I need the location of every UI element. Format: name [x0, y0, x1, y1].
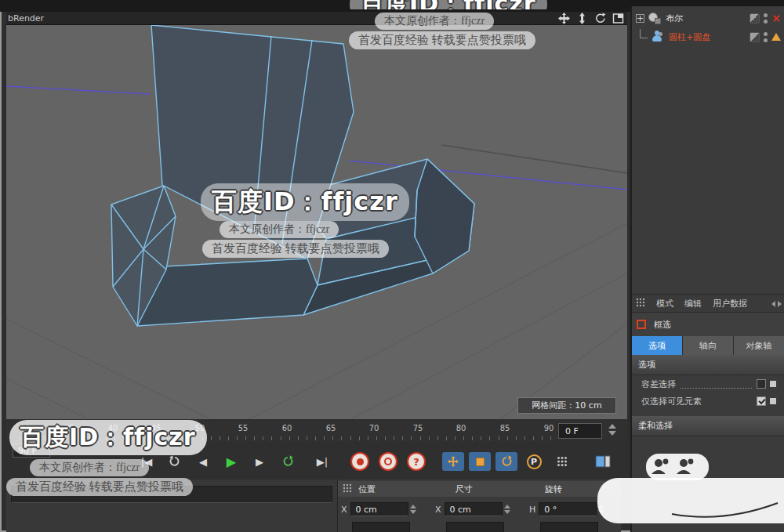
- tick-label: 55: [238, 424, 249, 432]
- visibility-dot-editor[interactable]: [764, 13, 768, 17]
- record-objects-button[interactable]: [376, 451, 400, 472]
- tick-label: 40: [108, 424, 118, 432]
- object-label[interactable]: 圆柱+圆盘: [669, 31, 710, 43]
- minor-ticks: [19, 436, 554, 440]
- tab-scroll-left-icon[interactable]: [771, 301, 775, 307]
- timeline-ruler[interactable]: 30 35 40 45 50 55 60 65 70 75 80 85 90 0…: [6, 421, 627, 441]
- subtab-options[interactable]: 选项: [632, 336, 682, 355]
- tool-subtabs: 选项 轴向 对象轴: [632, 336, 784, 355]
- visibility-dots: [764, 32, 768, 42]
- rotation-h-field: H 0 °: [529, 501, 604, 517]
- play-button[interactable]: ▶: [220, 451, 243, 472]
- tolerance-label: 容差选择: [641, 378, 676, 390]
- viewport-menu-render[interactable]: bRender: [6, 13, 44, 24]
- spinner-up-icon[interactable]: [504, 505, 510, 508]
- tab-scroll-right-icon[interactable]: [778, 301, 782, 307]
- model-wireframe: [111, 25, 474, 326]
- layer-chip-icon[interactable]: [750, 32, 760, 42]
- row-tolerance-select: 容差选择: [632, 375, 784, 393]
- dotted-leader: [681, 379, 752, 389]
- rectangle-select-icon[interactable]: [637, 320, 646, 329]
- object-row-boolean[interactable]: 布尔 ×: [632, 9, 784, 27]
- tick-label: 35: [64, 424, 74, 432]
- viewport-nav-icons: [557, 13, 624, 24]
- section-options[interactable]: 选项: [632, 355, 784, 375]
- key-parameter-toggle[interactable]: P: [522, 451, 546, 472]
- tab-userdata[interactable]: 用户数据: [713, 298, 747, 309]
- tree-branch-line: [640, 29, 648, 38]
- bottom-text-field[interactable]: [11, 486, 332, 503]
- tick-label: 30: [20, 424, 31, 432]
- position-x-input[interactable]: 0 cm: [350, 502, 408, 516]
- section-soft-selection[interactable]: 柔和选择: [632, 416, 784, 436]
- tick-label: 45: [151, 424, 162, 432]
- keyframe-selection-icon[interactable]: [550, 451, 574, 472]
- visibility-dot-render[interactable]: [764, 20, 768, 24]
- viewport-menubar: bRender: [6, 12, 627, 25]
- loop-icon[interactable]: [276, 451, 299, 472]
- tick-label: 85: [500, 424, 510, 432]
- boolean-object-icon: [648, 12, 661, 24]
- visible-only-checkbox[interactable]: [757, 396, 766, 406]
- key-rotation-toggle[interactable]: [495, 452, 517, 471]
- key-position-toggle[interactable]: [442, 452, 464, 471]
- tab-edit[interactable]: 编辑: [684, 298, 702, 309]
- clipped-row: [435, 522, 504, 532]
- row-visible-only: 仅选择可见元素: [632, 393, 784, 410]
- bottom-left-panel: [6, 480, 337, 532]
- tolerance-checkbox[interactable]: [757, 379, 766, 389]
- frame-spinner-down-icon[interactable]: [608, 431, 616, 436]
- tag-triangle-icon[interactable]: [771, 33, 781, 41]
- visible-only-mini-box[interactable]: [770, 398, 776, 404]
- spinner-down-icon[interactable]: [504, 510, 510, 514]
- spinner-up-icon[interactable]: [410, 505, 416, 508]
- axis-label: X: [435, 505, 441, 515]
- disable-x-icon[interactable]: ×: [771, 13, 781, 24]
- viewport-3d[interactable]: bRender 网格间距：10 cm: [6, 12, 627, 419]
- visibility-dot-editor[interactable]: [764, 32, 768, 36]
- goto-start-button[interactable]: |◀: [135, 451, 158, 472]
- header-size: 尺寸: [456, 483, 473, 495]
- subtab-object-axis[interactable]: 对象轴: [734, 336, 784, 355]
- coordinates-panel: 位置 尺寸 旋转 X 0 cm X 0 cm H 0 °: [337, 480, 621, 532]
- object-row-cylinder-disc[interactable]: 圆柱+圆盘: [632, 28, 784, 45]
- play-reverse-icon[interactable]: [163, 451, 187, 472]
- header-position: 位置: [358, 483, 376, 495]
- dolly-icon[interactable]: [575, 13, 588, 24]
- visibility-dot-render[interactable]: [764, 38, 768, 42]
- layout-toggle-icon[interactable]: [591, 451, 615, 472]
- tolerance-mini-box[interactable]: [770, 381, 776, 387]
- tick-label: 60: [282, 424, 292, 432]
- size-x-input[interactable]: 0 cm: [445, 502, 503, 516]
- tick-label: 80: [456, 424, 466, 432]
- prev-frame-button[interactable]: ◀: [191, 451, 215, 472]
- clipped-row: [529, 522, 598, 532]
- tick-label: 65: [326, 424, 336, 432]
- object-label[interactable]: 布尔: [666, 13, 683, 24]
- clipped-row: [341, 522, 410, 532]
- key-scale-toggle[interactable]: [469, 452, 491, 471]
- autokey-help-button[interactable]: ?: [405, 451, 428, 472]
- spinner-down-icon[interactable]: [410, 510, 416, 514]
- tick-label: 90: [544, 424, 554, 432]
- size-x-spinner: [504, 505, 510, 514]
- record-keyframe-button[interactable]: [348, 451, 372, 472]
- expand-icon[interactable]: [636, 14, 644, 23]
- goto-end-button[interactable]: ▶|: [310, 451, 334, 472]
- watermark-stamp-small: [646, 454, 709, 480]
- layer-chip-icon[interactable]: [750, 13, 760, 24]
- grid-spacing-label: 网格间距：10 cm: [517, 397, 616, 414]
- subtab-axis[interactable]: 轴向: [683, 336, 733, 355]
- visible-only-label: 仅选择可见元素: [641, 396, 702, 407]
- maximize-view-icon[interactable]: [612, 13, 624, 24]
- end-frame-field[interactable]: 90 F: [13, 443, 50, 458]
- rotation-h-input[interactable]: 0 °: [539, 502, 597, 516]
- next-frame-button[interactable]: ▶: [248, 451, 271, 472]
- rotate-view-icon[interactable]: [593, 13, 606, 24]
- active-tool-label: 框选: [654, 319, 671, 331]
- current-frame-field[interactable]: 0 F: [558, 423, 602, 439]
- position-x-field: X 0 cm: [341, 501, 416, 517]
- pan-icon[interactable]: [557, 13, 570, 24]
- frame-spinner-up-icon[interactable]: [608, 424, 616, 429]
- tab-mode[interactable]: 模式: [656, 298, 673, 309]
